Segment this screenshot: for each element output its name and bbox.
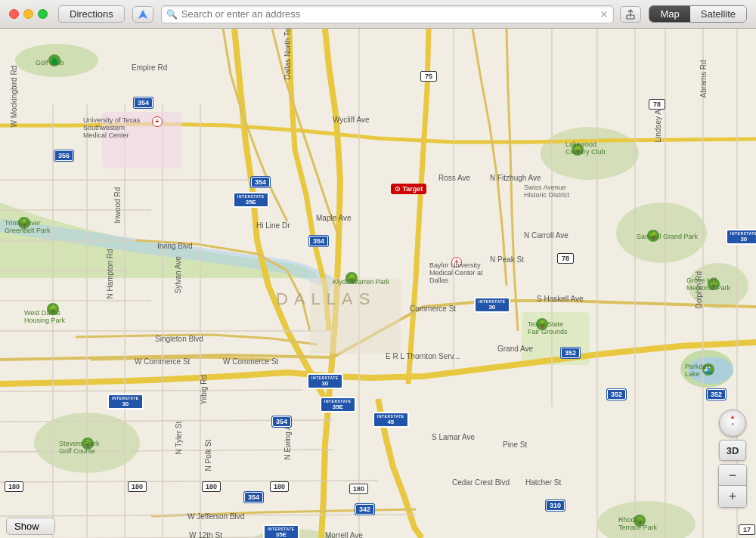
show-dropdown-wrapper[interactable]: Show: [6, 518, 55, 535]
traffic-lights: [9, 9, 48, 19]
location-icon: [138, 9, 148, 20]
close-button[interactable]: [9, 9, 19, 19]
map-view-button[interactable]: Map: [649, 6, 689, 22]
compass-north-label: ▲: [730, 413, 736, 420]
search-input[interactable]: [181, 8, 600, 20]
clear-search-button[interactable]: ✕: [600, 8, 609, 20]
map-container[interactable]: DALLAS 🌲 🌳 🌳 🌳 🌳 🌳 🌳 🌊 🌳 🌳 🐘 🌳 + + ⊙ Tar…: [0, 29, 756, 538]
svg-point-5: [616, 203, 707, 263]
view-toggle: Map Satellite: [649, 5, 747, 23]
svg-rect-39: [310, 278, 401, 354]
search-icon: 🔍: [166, 9, 178, 20]
share-button[interactable]: [620, 6, 641, 23]
svg-rect-40: [102, 112, 181, 169]
maximize-button[interactable]: [38, 9, 48, 19]
compass-dot: ●: [731, 421, 734, 426]
satellite-view-button[interactable]: Satellite: [690, 6, 746, 22]
directions-button[interactable]: Directions: [58, 5, 125, 23]
svg-point-12: [541, 127, 639, 180]
zoom-controls: − +: [718, 464, 747, 508]
map-controls: ▲ ● 3D − +: [718, 410, 747, 508]
compass-button[interactable]: ▲ ●: [719, 410, 746, 437]
titlebar: Directions 🔍 ✕ Map Satellite: [0, 0, 756, 29]
zoom-out-button[interactable]: −: [719, 465, 746, 486]
svg-point-13: [688, 357, 733, 384]
zoom-in-button[interactable]: +: [719, 486, 746, 507]
svg-point-4: [15, 44, 98, 77]
minimize-button[interactable]: [23, 9, 33, 19]
location-button[interactable]: [132, 6, 153, 23]
map-svg: [0, 29, 756, 538]
svg-point-6: [688, 263, 748, 308]
svg-marker-0: [138, 10, 147, 19]
threed-button[interactable]: 3D: [719, 440, 746, 461]
bottom-bar: Show: [0, 514, 151, 538]
search-bar: 🔍 ✕: [161, 5, 615, 23]
show-dropdown[interactable]: Show: [6, 518, 55, 535]
share-icon: [625, 9, 636, 20]
